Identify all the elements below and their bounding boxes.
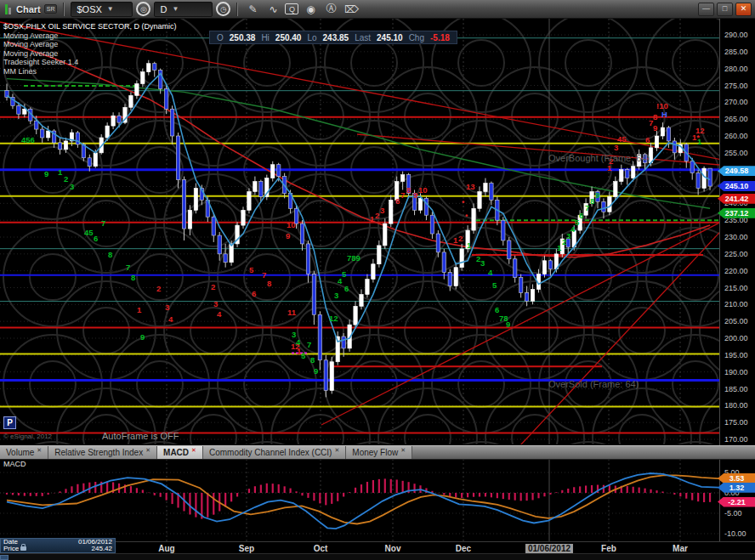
tab-macd[interactable]: MACD✕ (157, 446, 203, 459)
macd-value-badge: 1.32 (718, 483, 755, 493)
seeker-count-label: 8 (108, 250, 112, 259)
seeker-count-label: 9 (595, 190, 599, 200)
seeker-count-label: 2 (156, 284, 161, 293)
price-axis-label: 225.00 (724, 250, 748, 258)
seeker-count-label: 456 (21, 135, 35, 144)
seeker-count-label: 7 (262, 270, 266, 280)
seeker-count-label: 5 (249, 265, 254, 274)
tab-volume[interactable]: Volume✕ (0, 446, 48, 459)
seeker-count-label: 9 (140, 332, 145, 342)
tab-label: MACD (163, 448, 189, 457)
seeker-count-label: 789 (347, 253, 360, 263)
tab-money-flow[interactable]: Money Flow✕ (346, 446, 412, 459)
seeker-count-label: 3 (70, 182, 74, 191)
price-axis-label: 285.00 (724, 48, 748, 56)
seeker-count-label: 10 (287, 220, 296, 229)
candles (5, 60, 712, 398)
seeker-count-label: 6 (579, 211, 583, 220)
seeker-count-label: 4 (217, 309, 222, 319)
indicator-tabs: Volume✕Relative Strength Index✕MACD✕Comm… (0, 445, 755, 460)
seeker-count-label: • (462, 197, 465, 206)
tab-close-icon[interactable]: ✕ (191, 447, 196, 454)
seeker-count-label: 7 (126, 263, 130, 272)
seeker-count-label: 3 (614, 143, 618, 152)
macd-panel-title: MACD (3, 460, 26, 468)
tab-close-icon[interactable]: ✕ (37, 447, 42, 454)
tab-close-icon[interactable]: ✕ (145, 447, 150, 454)
open-label: O (217, 33, 224, 42)
price-axis-label: 180.00 (724, 401, 748, 410)
seeker-count-label: 13 (466, 182, 475, 191)
price-axis-label: 290.00 (724, 31, 748, 39)
autoframe-status: AutoFrame is OFF (102, 431, 179, 441)
date-axis-label: Sep (239, 544, 254, 553)
macd-axis-label: -5.00 (724, 509, 742, 518)
seeker-count-label: 4 (168, 314, 173, 324)
price-chart-canvas[interactable]: 4569123456787891234234567891011121345789… (0, 0, 755, 560)
seeker-count-label: 12 (695, 126, 705, 135)
price-axis-label: 275.00 (724, 82, 748, 90)
price-badge: 249.58 (718, 166, 755, 176)
tab-label: Money Flow (352, 448, 398, 457)
tab-commodity-channel-index-cci-[interactable]: Commodity Channel Index (CCI)✕ (203, 446, 346, 459)
price-axis-label: 190.00 (724, 368, 748, 376)
seeker-count-label: 9 (314, 366, 318, 376)
horizontal-scrollbar[interactable] (0, 553, 755, 560)
seeker-count-label: 9 (653, 123, 657, 133)
price-axis-label: 195.00 (724, 351, 748, 359)
seeker-count-label: 2 (458, 234, 463, 243)
study-label: Moving Average (3, 40, 176, 49)
study-label: Tradesight Seeker 1.4 (3, 58, 176, 67)
quote-bar: O 250.38 Hi 250.40 Lo 243.85 Last 245.10… (209, 31, 457, 44)
lock-icon (20, 546, 26, 551)
low-value: 243.85 (323, 33, 349, 42)
open-value: 250.38 (230, 33, 256, 42)
seeker-count-label: 45 (84, 228, 94, 237)
seeker-count-label: 4 (488, 268, 493, 277)
date-axis-label: Nov (385, 544, 401, 553)
seeker-count-label: 3 (480, 258, 485, 268)
cursor-tooltip: Date 01/06/2012 Price 245.42 (0, 538, 116, 553)
seeker-count-label: 3 (380, 206, 384, 215)
seeker-count-label: 8 (310, 355, 315, 365)
macd-value-badge: -2.21 (718, 497, 755, 507)
tab-label: Volume (6, 448, 34, 457)
study-label: MM Lines (3, 67, 176, 76)
seeker-count-label: H (661, 110, 667, 119)
seeker-count-label: 2 (375, 211, 379, 220)
macd-axis[interactable]: 5.000.00-5.00-10.003.531.32-2.21 (719, 459, 755, 541)
p-marker-button[interactable]: P (3, 416, 16, 429)
seeker-count-label: 6 (344, 284, 349, 293)
date-axis-label: Dec (456, 544, 471, 553)
price-axis-label: 265.00 (724, 115, 748, 123)
tab-close-icon[interactable]: ✕ (334, 447, 339, 454)
seeker-count-label: 6 (94, 234, 98, 243)
high-label: Hi (261, 33, 269, 42)
high-value: 250.40 (275, 33, 302, 42)
price-axis-label: 215.00 (724, 284, 748, 292)
seeker-count-label: 8 (653, 112, 657, 122)
tab-close-icon[interactable]: ✕ (400, 447, 406, 454)
scrollbar-thumb[interactable] (0, 555, 9, 560)
symbol-description: $OSX,PHLX OIL SERVICE SECTOR, D (Dynamic… (3, 22, 176, 31)
price-axis-label: 230.00 (724, 233, 748, 241)
seeker-count-label: 10 (418, 185, 428, 195)
change-value: -5.18 (430, 33, 450, 42)
price-axis-label: 200.00 (724, 334, 748, 342)
seeker-count-label: 4 (338, 276, 343, 286)
seeker-count-label: 7 (101, 218, 105, 228)
price-axis[interactable]: 290.00285.00280.00275.00270.00265.00260.… (719, 19, 755, 445)
study-label: Moving Average (3, 31, 176, 41)
seeker-count-label: 3 (213, 299, 218, 308)
price-axis-label: 260.00 (724, 132, 748, 140)
price-axis-label: 210.00 (724, 300, 748, 308)
seeker-count-label: 5 (492, 280, 497, 290)
seeker-count-label: 7 (400, 190, 405, 200)
tab-relative-strength-index[interactable]: Relative Strength Index✕ (48, 446, 157, 459)
price-badge: 237.12 (718, 208, 755, 218)
seeker-count-label: 9 (44, 169, 48, 178)
last-value: 245.10 (377, 33, 403, 42)
seeker-count-label: 6 (395, 196, 400, 206)
last-label: Last (355, 33, 371, 42)
price-axis-label: 255.00 (724, 149, 748, 157)
